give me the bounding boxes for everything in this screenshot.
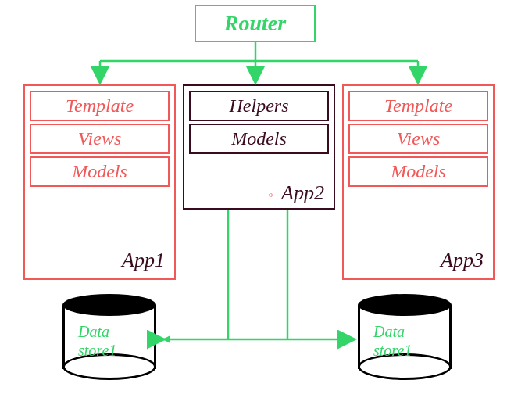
app1-label: App1 xyxy=(122,249,165,272)
app1-models-label: Models xyxy=(72,161,127,181)
app3-template-label: Template xyxy=(384,95,452,116)
router-label: Router xyxy=(224,11,286,35)
app1-models-box: Models xyxy=(30,156,170,187)
app3-label: App3 xyxy=(441,249,484,272)
app2-helpers-label: Helpers xyxy=(230,95,289,116)
app2-helpers-box: Helpers xyxy=(189,91,329,121)
datastore1-label: Data store1 xyxy=(78,322,116,360)
app1-template-box: Template xyxy=(30,91,170,121)
datastore2-line1: Data xyxy=(373,323,405,340)
app2-label: App2 xyxy=(281,181,324,205)
app2-container: Helpers Models o App2 xyxy=(183,84,335,210)
app1-container: Template Views Models App1 xyxy=(23,84,176,280)
datastore2-line2: store1 xyxy=(373,342,412,359)
app3-views-box: Views xyxy=(348,124,488,154)
app3-models-box: Models xyxy=(348,156,488,187)
app1-views-label: Views xyxy=(78,128,122,149)
app3-views-label: Views xyxy=(397,128,441,149)
datastore2-label: Data store1 xyxy=(373,322,412,360)
app2-marker: o xyxy=(269,190,273,199)
datastore1-line2: store1 xyxy=(78,342,116,359)
app1-views-box: Views xyxy=(30,124,170,154)
datastore1-line1: Data xyxy=(78,323,109,340)
app3-template-box: Template xyxy=(348,91,488,121)
app3-models-label: Models xyxy=(391,161,446,181)
router-box: Router xyxy=(195,5,316,42)
app3-container: Template Views Models App3 xyxy=(342,84,495,280)
app2-models-label: Models xyxy=(231,128,287,149)
app1-template-label: Template xyxy=(66,95,134,116)
app2-models-box: Models xyxy=(189,124,329,154)
